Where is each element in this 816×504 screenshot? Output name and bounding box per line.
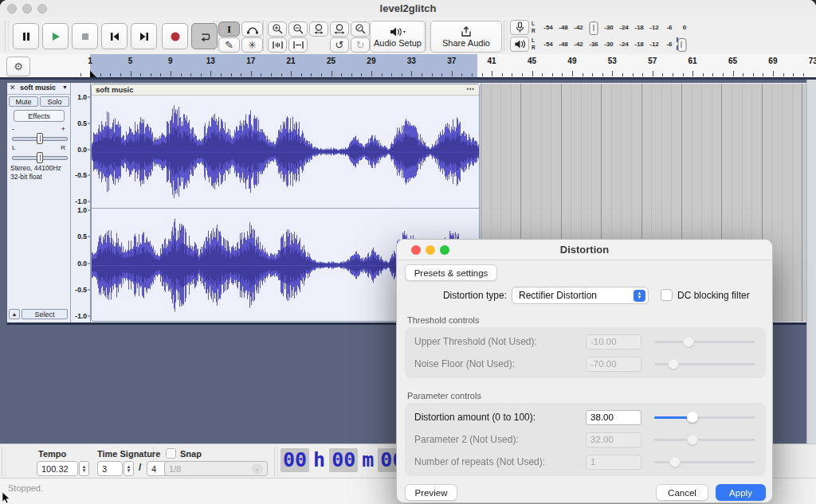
undo-button[interactable]: ↺ bbox=[330, 37, 349, 53]
stop-button[interactable] bbox=[72, 23, 98, 49]
solo-button[interactable]: Solo bbox=[40, 96, 69, 107]
track-menu-chevron-icon[interactable]: ▼ bbox=[62, 84, 68, 90]
time-display[interactable]: 00h00m00 bbox=[280, 448, 406, 472]
distortion-type-select[interactable]: Rectifier Distortion ▲▼ bbox=[512, 287, 649, 304]
dialog-titlebar[interactable]: Distortion bbox=[397, 240, 772, 260]
meter-toolbar-grip[interactable] bbox=[504, 21, 508, 51]
time-digit-group[interactable]: 00 bbox=[280, 448, 309, 472]
slider-thumb[interactable] bbox=[687, 412, 698, 423]
snap-checkbox[interactable] bbox=[166, 448, 176, 459]
edit-toolbar-grip[interactable] bbox=[263, 21, 267, 51]
dc-blocking-checkbox[interactable] bbox=[661, 289, 673, 301]
snap-interval-select[interactable]: 1/8 ⌄ bbox=[164, 461, 268, 476]
playback-meter[interactable]: LR -54-48-42-36-30-24-18-12-60 bbox=[510, 37, 741, 53]
fit-project-button[interactable] bbox=[330, 21, 349, 37]
playback-volume-slider-thumb[interactable] bbox=[677, 38, 686, 52]
time-toolbar-grip[interactable] bbox=[2, 447, 6, 476]
play-button[interactable] bbox=[42, 23, 69, 49]
trim-audio-button[interactable] bbox=[268, 37, 287, 53]
meter-scale-number: -12 bbox=[649, 24, 659, 31]
pan-slider[interactable] bbox=[12, 156, 68, 160]
skip-to-start-button[interactable] bbox=[101, 23, 128, 49]
presets-settings-button[interactable]: Presets & settings bbox=[405, 264, 497, 281]
time-display-grip[interactable] bbox=[274, 447, 278, 476]
share-audio-label: Share Audio bbox=[442, 38, 490, 48]
dialog-row-value-field[interactable]: 38.00 bbox=[586, 410, 641, 425]
time-digit-group[interactable]: 00 bbox=[329, 448, 358, 472]
skip-to-end-button[interactable] bbox=[131, 23, 157, 49]
track-name[interactable]: soft music bbox=[20, 84, 56, 92]
audio-setup-button[interactable]: Audio Setup bbox=[370, 21, 426, 53]
dialog-row-slider[interactable] bbox=[654, 412, 755, 423]
share-toolbar-grip[interactable] bbox=[426, 21, 430, 51]
timeline-options-button[interactable]: ⚙ bbox=[6, 57, 30, 76]
transport-toolbar-grip[interactable] bbox=[5, 21, 9, 51]
vertical-scrollbar[interactable] bbox=[806, 80, 816, 446]
tempo-value-field[interactable]: 100.32 bbox=[37, 461, 78, 476]
timeline-selection[interactable] bbox=[90, 54, 477, 77]
mute-button[interactable]: Mute bbox=[9, 96, 38, 107]
meter-scale-number: 0 bbox=[683, 24, 686, 31]
ruler-tick bbox=[131, 71, 131, 76]
silence-audio-button[interactable] bbox=[288, 37, 308, 53]
play-meter-scale: -54-48-42-36-30-24-18-12-60 bbox=[542, 37, 701, 52]
fit-selection-button[interactable] bbox=[309, 21, 328, 37]
share-audio-button[interactable]: Share Audio bbox=[430, 21, 502, 53]
window-title: level2glitch bbox=[0, 2, 816, 14]
close-track-icon[interactable]: ✕ bbox=[10, 84, 16, 92]
multi-tool-button[interactable]: ✳ bbox=[241, 37, 263, 53]
clip-header[interactable]: soft music ⋯ bbox=[92, 84, 479, 96]
ruler-tick bbox=[703, 73, 704, 76]
meter-scale-number: -30 bbox=[604, 24, 614, 31]
window-titlebar[interactable]: level2glitch bbox=[0, 0, 816, 18]
dialog-row-slider bbox=[654, 358, 755, 369]
envelope-icon bbox=[246, 24, 259, 35]
pause-button[interactable] bbox=[13, 23, 39, 49]
clip-menu-icon[interactable]: ⋯ bbox=[466, 84, 474, 94]
pan-slider-thumb[interactable] bbox=[37, 152, 43, 163]
timesig-stepper[interactable]: ▲▼ bbox=[124, 461, 134, 476]
recording-meter[interactable]: LR -54-48-42-36-30-24-18-12-60 bbox=[510, 20, 741, 36]
selection-tool-button[interactable]: I bbox=[218, 21, 240, 37]
apply-button[interactable]: Apply bbox=[716, 484, 766, 501]
timesig-numerator-field[interactable]: 3 bbox=[97, 461, 123, 476]
ruler-tick bbox=[783, 73, 784, 76]
tempo-stepper[interactable]: ▲▼ bbox=[79, 461, 89, 476]
effects-button[interactable]: Effects bbox=[14, 110, 65, 122]
collapse-track-button[interactable]: ▲ bbox=[9, 309, 20, 319]
redo-button[interactable]: ↻ bbox=[351, 37, 370, 53]
record-button[interactable] bbox=[162, 23, 188, 49]
zoom-in-button[interactable] bbox=[268, 21, 287, 37]
ruler-tick bbox=[332, 71, 332, 76]
ruler-label: 1 bbox=[88, 57, 92, 65]
ruler-tick bbox=[692, 71, 693, 76]
meter-scale-number: -30 bbox=[604, 41, 614, 48]
vertical-ruler[interactable]: 1.00.50.0-0.5-1.0 1.00.50.0-0.5-1.0 bbox=[71, 83, 91, 322]
stepper-down-icon: ▼ bbox=[127, 469, 131, 473]
dialog-row-3: Parameter 2 (Not Used):32.00 bbox=[405, 428, 766, 451]
selection-start-marker[interactable] bbox=[90, 71, 96, 77]
waveform-channel-1[interactable] bbox=[92, 96, 479, 208]
record-volume-slider-thumb[interactable] bbox=[590, 21, 598, 35]
ruler-tick bbox=[391, 73, 392, 76]
zoom-out-button[interactable] bbox=[288, 21, 308, 37]
zoom-toggle-button[interactable] bbox=[351, 21, 370, 37]
ruler-tick bbox=[231, 73, 232, 76]
gain-slider[interactable] bbox=[12, 137, 68, 141]
envelope-tool-button[interactable] bbox=[241, 21, 263, 37]
record-meter-channel-labels: LR bbox=[532, 20, 539, 35]
meter-scale-number: -18 bbox=[634, 41, 644, 48]
track-select-button[interactable]: Select bbox=[22, 309, 68, 319]
preview-button[interactable]: Preview bbox=[405, 484, 457, 501]
cancel-button[interactable]: Cancel bbox=[656, 484, 708, 501]
gain-slider-thumb[interactable] bbox=[37, 133, 43, 144]
playback-speaker-icon[interactable] bbox=[510, 37, 529, 52]
timeline-ruler[interactable]: 15913172125293337414549535761656973 bbox=[32, 54, 816, 77]
track-format-info-line1: Stereo, 44100Hz bbox=[10, 164, 61, 173]
dialog-row-slider bbox=[654, 456, 755, 467]
meter-scale-number: -48 bbox=[559, 41, 568, 48]
draw-tool-button[interactable]: ✎ bbox=[218, 37, 240, 53]
microphone-icon[interactable] bbox=[510, 20, 529, 35]
loop-button[interactable] bbox=[191, 23, 218, 49]
dialog-row-label: Noise Floor (Not Used): bbox=[405, 358, 586, 369]
